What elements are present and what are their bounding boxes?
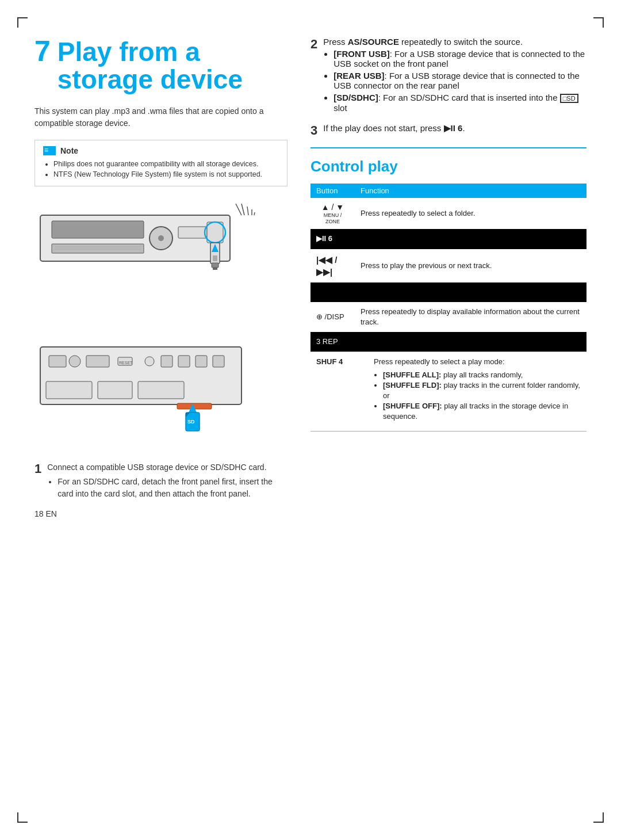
corner-mark-br	[593, 812, 604, 823]
menu-zone-button: ▲ / ▼ MENU / ZONE	[316, 203, 349, 224]
button-cell: 3 REP	[310, 332, 355, 352]
page-number: 18 EN	[34, 509, 57, 518]
front-usb-illustration	[34, 198, 264, 326]
svg-rect-28	[178, 356, 190, 367]
play-pause-button: ▶II 6	[316, 234, 349, 244]
table-header-row: Button Function	[310, 184, 586, 198]
shuf-function-cell: Press repeatedly to select a play mode: …	[368, 352, 586, 427]
svg-rect-9	[213, 255, 217, 261]
shuf-row: SHUF 4 Press repeatedly to select a play…	[310, 352, 586, 427]
corner-mark-bl	[17, 812, 28, 823]
svg-line-19	[254, 212, 255, 215]
note-label: Note	[60, 146, 78, 155]
svg-rect-23	[86, 356, 109, 367]
shuf-list: [SHUFFLE ALL]: play all tracks randomly,…	[374, 370, 581, 422]
shuf-button-cell: SHUF 4	[310, 352, 368, 427]
page-content: 7 Play from a storage device This system…	[34, 35, 586, 805]
corner-mark-tr	[593, 17, 604, 28]
shuf-item-2: [SHUFFLE FLD]: play tracks in the curren…	[383, 380, 581, 401]
svg-rect-1	[52, 221, 144, 238]
as-source-label: AS/SOURCE	[348, 37, 399, 47]
function-cell: Press repeatedly to select a folder.	[355, 198, 586, 229]
right-column: 2 Press AS/SOURCE repeatedly to switch t…	[310, 35, 586, 432]
rep-button: 3 REP	[316, 337, 349, 347]
svg-rect-11	[212, 263, 218, 268]
front-usb-label: [FRONT USB]	[334, 49, 390, 59]
svg-rect-27	[161, 356, 172, 367]
svg-rect-33	[138, 381, 184, 399]
table-header: Button Function	[310, 184, 586, 198]
table-body: ▲ / ▼ MENU / ZONE Press repeatedly to se…	[310, 198, 586, 352]
shuf-item-3: [SHUFFLE OFF]: play all tracks in the st…	[383, 401, 581, 422]
button-cell: ⊕ /DISP	[310, 302, 355, 332]
note-list: Philips does not guarantee compatibility…	[43, 159, 279, 181]
table-row: ▲ / ▼ MENU / ZONE Press repeatedly to se…	[310, 198, 586, 229]
rear-usb-label: [REAR USB]	[334, 71, 384, 81]
button-cell	[310, 282, 355, 302]
rear-device-svg: RESET SD	[34, 335, 264, 450]
step-2: 2 Press AS/SOURCE repeatedly to switch t…	[310, 37, 586, 115]
section-divider	[310, 147, 586, 148]
corner-mark-tl	[17, 17, 28, 28]
chapter-heading: 7 Play from a storage device	[34, 35, 288, 94]
button-cell: ▲ / ▼ MENU / ZONE	[310, 198, 355, 229]
table-row: ⊕ /DISP Press repeatedly to display avai…	[310, 302, 586, 332]
note-icon	[43, 146, 56, 155]
step-3-content: If the play does not start, press ▶II 6.	[323, 123, 586, 133]
svg-line-16	[241, 204, 244, 215]
step-2-content: Press AS/SOURCE repeatedly to switch the…	[323, 37, 586, 115]
shuf-function-text: Press repeatedly to select a play mode:	[374, 357, 581, 367]
col-function: Function	[355, 184, 586, 198]
bottom-divider	[310, 431, 586, 432]
skip-button: |◀◀ /▶▶|	[316, 254, 349, 278]
table-row: ▶II 6	[310, 229, 586, 249]
button-cell: ▶II 6	[310, 229, 355, 249]
step-3: 3 If the play does not start, press ▶II …	[310, 123, 586, 138]
control-table: Button Function ▲ / ▼ MENU / ZONE Press …	[310, 184, 586, 352]
svg-rect-12	[213, 268, 217, 270]
function-cell: Press repeatedly to display available in…	[355, 302, 586, 332]
note-item-1: Philips does not guarantee compatibility…	[53, 159, 279, 170]
svg-line-15	[236, 204, 241, 215]
intro-text: This system can play .mp3 and .wma files…	[34, 105, 288, 129]
svg-point-22	[69, 356, 80, 367]
front-device-svg	[34, 198, 264, 324]
note-header: Note	[43, 146, 279, 155]
sd-sdhc-label: [SD/SDHC]	[334, 93, 378, 102]
svg-rect-32	[98, 381, 132, 399]
svg-rect-5	[52, 244, 144, 253]
shuf-item-1: [SHUFFLE ALL]: play all tracks randomly,	[383, 370, 581, 380]
function-cell	[355, 282, 586, 302]
play-button-ref: ▶II 6	[444, 123, 463, 133]
rear-sd-illustration: RESET SD	[34, 335, 264, 452]
svg-line-17	[247, 207, 248, 215]
chapter-number: 7 Play from a storage device	[34, 35, 288, 94]
svg-rect-6	[207, 222, 223, 243]
note-box: Note Philips does not guarantee compatib…	[34, 140, 288, 187]
table-row: 3 REP	[310, 332, 586, 352]
left-column: 7 Play from a storage device This system…	[34, 35, 288, 518]
chapter-title: Play from a storage device	[57, 38, 243, 94]
col-button: Button	[310, 184, 355, 198]
svg-rect-29	[195, 356, 207, 367]
function-cell	[355, 332, 586, 352]
svg-rect-31	[46, 381, 92, 399]
shuf-table-body: SHUF 4 Press repeatedly to select a play…	[310, 352, 586, 427]
svg-text:RESET: RESET	[119, 361, 133, 365]
svg-text:SD: SD	[187, 419, 195, 425]
svg-point-26	[145, 357, 154, 366]
table-row	[310, 282, 586, 302]
function-cell: Press to play the previous or next track…	[355, 249, 586, 282]
function-cell	[355, 229, 586, 249]
svg-rect-30	[213, 356, 224, 367]
svg-rect-4	[178, 227, 207, 238]
svg-rect-21	[49, 356, 66, 367]
step-1: 1 Connect a compatible USB storage devic…	[34, 461, 288, 510]
step-1-content: Connect a compatible USB storage device …	[47, 461, 288, 502]
disp-button: ⊕ /DISP	[316, 312, 349, 322]
sd-slot-icon: □SD	[560, 94, 578, 103]
control-play-heading: Control play	[310, 158, 586, 175]
button-cell: |◀◀ /▶▶|	[310, 249, 355, 282]
svg-point-3	[158, 235, 164, 241]
shuf-button: SHUF 4	[316, 357, 362, 367]
